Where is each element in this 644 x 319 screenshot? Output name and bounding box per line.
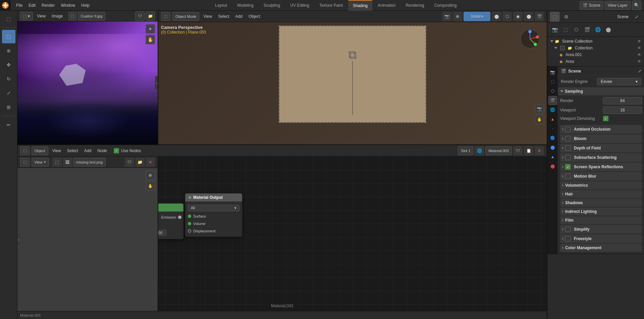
bloom-checkbox[interactable] — [565, 136, 571, 141]
collection-item-1[interactable]: ◉ Area.001 👁 — [547, 51, 644, 58]
collection-0-checkbox[interactable] — [560, 46, 565, 50]
scene-collection-eye-icon[interactable]: 👁 — [637, 39, 641, 44]
rpanel-expand-icon[interactable]: ⤢ — [632, 12, 641, 21]
viewport-rendered-btn[interactable]: 🎬 — [535, 12, 544, 21]
bottom-zoom-btn[interactable]: ⊕ — [146, 171, 155, 180]
freestyle-checkbox[interactable] — [565, 236, 571, 241]
collection-1-eye-icon[interactable]: 👁 — [637, 52, 641, 57]
bottom-image-mode[interactable]: 🖼 — [63, 157, 72, 167]
panel-resize-handle[interactable]: ◂ — [155, 76, 158, 90]
bottom-view-btn[interactable]: View ▾ — [32, 158, 49, 167]
collection-item-2[interactable]: ◉ Area 👁 — [547, 58, 644, 65]
object-mode-btn[interactable]: Object Mode — [172, 12, 199, 21]
sidebar-tool-scale[interactable]: ⤢ — [2, 86, 15, 100]
uv-grab-btn[interactable]: ✋ — [146, 35, 155, 44]
viewport-gizmo-btn[interactable]: ⊕ — [453, 12, 462, 21]
uv-folder-icon[interactable]: 📁 — [146, 11, 155, 21]
viewport-wire-btn[interactable]: ⬡ — [502, 12, 512, 21]
collection-2-eye-icon[interactable]: 👁 — [637, 59, 641, 64]
material-displacement-socket[interactable] — [188, 229, 191, 233]
viewport-add-label[interactable]: Add — [233, 14, 245, 19]
tab-layout[interactable]: Layout — [210, 0, 232, 11]
simplify-header[interactable]: Simplify — [560, 225, 642, 234]
shadows-header[interactable]: Shadows — [560, 199, 642, 207]
bottom-pan-btn[interactable]: ✋ — [146, 181, 155, 191]
mb-checkbox[interactable] — [565, 174, 571, 179]
bottom-editor-mode[interactable]: ⬚ — [52, 157, 62, 167]
sidebar-tool-transform[interactable]: ⊞ — [2, 100, 15, 114]
ptab-physics-icon[interactable]: 🔵 — [548, 134, 557, 142]
uv-zoom-in-btn[interactable]: + — [146, 24, 155, 34]
ao-checkbox[interactable] — [565, 127, 571, 132]
hair-header[interactable]: Hair — [560, 190, 642, 198]
node-slot-btn[interactable]: Slot 1 — [458, 146, 473, 155]
sidebar-tool-rotate[interactable]: ↻ — [2, 72, 15, 86]
menu-edit[interactable]: Edit — [26, 2, 38, 9]
ptab-object-icon[interactable]: ▲ — [548, 115, 557, 124]
rpanel-output-icon[interactable]: ⬚ — [561, 25, 570, 34]
material-surface-socket[interactable] — [188, 215, 191, 218]
use-nodes-checkbox[interactable]: ✓ — [114, 148, 119, 153]
viewport-content[interactable]: Camera Perspective (0) Collection | Plan… — [158, 22, 547, 144]
scene-collection-title[interactable]: 📁 Scene Collection 👁 — [547, 38, 644, 45]
material-volume-socket[interactable] — [188, 222, 191, 225]
render-engine-dropdown[interactable]: Eevee ▾ — [597, 78, 641, 85]
sidebar-tool-move[interactable]: ✥ — [2, 58, 15, 72]
sss-checkbox[interactable] — [565, 155, 571, 160]
tab-texture-paint[interactable]: Texture Paint — [315, 0, 347, 11]
tab-compositing[interactable]: Compositing — [430, 0, 462, 11]
ptab-constraints-icon[interactable]: ⬤ — [548, 143, 557, 152]
ptab-scene-icon[interactable]: 🎬 — [548, 96, 557, 105]
sidebar-tool-cursor[interactable]: ⊕ — [2, 44, 15, 57]
rpanel-outliner-icon[interactable]: ⬚ — [550, 12, 559, 21]
node-add-label[interactable]: Add — [82, 148, 93, 153]
ptab-material-icon[interactable]: ⬤ — [548, 162, 557, 171]
bottom-missing-file-btn[interactable]: missing text.png — [73, 158, 106, 167]
viewport-shading-btn[interactable]: ⬤ — [492, 12, 501, 21]
viewport-samples-value[interactable]: 16 — [603, 106, 642, 114]
rpanel-view-layer-icon[interactable]: ⬡ — [572, 25, 581, 34]
bottom-left-resize-handle[interactable]: ▸ — [17, 233, 20, 246]
film-header[interactable]: Film — [560, 216, 642, 224]
bottom-shield-icon[interactable]: 🛡 — [125, 157, 134, 167]
sidebar-icon-editor-type[interactable]: ⬚ — [2, 12, 15, 26]
bottom-close-btn[interactable]: ✕ — [146, 157, 155, 167]
scene-expand-icon[interactable]: ⤢ — [638, 69, 641, 74]
sampling-header[interactable]: Sampling — [558, 87, 644, 95]
color-management-header[interactable]: Color Management — [560, 244, 642, 252]
ptab-view-layer-icon[interactable]: ⬡ — [548, 87, 557, 95]
node-copy-btn[interactable]: 📋 — [524, 146, 533, 155]
viewport-camera-view-btn[interactable]: 📷 — [535, 104, 544, 113]
viewport-editor-type-btn[interactable]: ⬚ — [161, 12, 170, 21]
node-close-btn[interactable]: ✕ — [535, 146, 544, 155]
node-view-label[interactable]: View — [50, 148, 63, 153]
viewport-object-label[interactable]: Object — [247, 14, 262, 19]
viewport-denoising-checkbox[interactable]: ✓ — [603, 116, 608, 121]
uv-view-label[interactable]: View — [35, 14, 48, 18]
rpanel-render-icon[interactable]: 📷 — [550, 25, 559, 34]
search-btn[interactable]: 🔍 — [632, 1, 641, 10]
rpanel-object-icon[interactable]: ⬤ — [604, 25, 613, 34]
sidebar-tool-annotate[interactable]: ✏ — [2, 118, 15, 132]
rpanel-scene-icon[interactable]: 🎬 — [582, 25, 592, 34]
node-world-btn[interactable]: 🌐 — [475, 146, 484, 155]
uv-file-name-btn[interactable]: Cuation 9.jpg — [78, 12, 106, 20]
ptab-output-icon[interactable]: ⬚ — [548, 77, 557, 86]
collection-0-eye-icon[interactable]: 👁 — [637, 46, 641, 50]
material-output-node[interactable]: Material Output All ▾ — [185, 193, 242, 237]
node-node-label[interactable]: Node — [95, 148, 109, 153]
node-material-btn[interactable]: Material.003 — [485, 146, 512, 155]
viewport-view-label[interactable]: View — [201, 14, 214, 19]
ptab-render-icon[interactable]: 📷 — [548, 68, 557, 77]
sidebar-tool-select-box[interactable]: ⬚ — [2, 30, 15, 43]
rpanel-properties-icon[interactable]: ⚙ — [561, 12, 571, 21]
dof-checkbox[interactable] — [565, 145, 571, 151]
volumetrics-header[interactable]: Volumetrics — [560, 181, 642, 189]
navigation-gizmo[interactable]: Z Y X — [520, 29, 540, 49]
ssr-header[interactable]: ✓ Screen Space Reflections — [560, 163, 642, 171]
viewport-mat-prev-btn[interactable]: ⬤ — [524, 12, 533, 21]
bloom-header[interactable]: Bloom — [560, 134, 642, 143]
menu-window[interactable]: Window — [58, 2, 78, 9]
menu-render[interactable]: Render — [39, 2, 57, 9]
collection-item-0[interactable]: 📁 Collection 👁 — [547, 45, 644, 51]
